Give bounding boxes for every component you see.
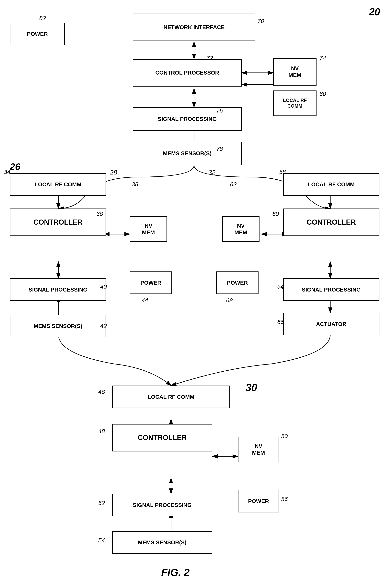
power-left-top-box: POWER [10,23,65,45]
signal-processing-right-box: SIGNAL PROCESSING [283,278,380,301]
controller-right-box: CONTROLLER [283,209,380,236]
label-60: 60 [272,211,279,217]
local-rf-comm-bottom-box: LOCAL RF COMM [112,386,230,408]
label-58: 58 [279,169,286,175]
label-82: 82 [39,15,46,22]
label-20: 20 [369,6,380,18]
label-78: 78 [216,146,223,152]
label-64: 64 [277,283,284,290]
diagram-container: 20 NETWORK INTERFACE 70 CONTROL PROCESSO… [0,0,392,586]
local-rf-comm-right-box: LOCAL RF COMM [283,173,380,196]
label-44: 44 [142,297,148,304]
label-36: 36 [96,211,103,217]
label-32: 32 [208,169,216,176]
nv-mem-bottom-box: NV MEM [238,437,279,462]
label-40: 40 [100,283,107,290]
label-30: 30 [246,382,257,393]
label-56: 56 [281,496,288,502]
mems-sensor-left-box: MEMS SENSOR(S) [10,315,106,337]
controller-left-box: CONTROLLER [10,209,106,236]
label-50: 50 [281,433,288,439]
nv-mem-center-left-box: NV MEM [130,216,167,242]
label-28: 28 [110,169,117,176]
power-bottom-box: POWER [238,490,279,512]
local-rf-comm-top-box: LOCAL RF COMM [273,91,316,116]
label-38: 38 [132,181,138,188]
actuator-right-box: ACTUATOR [283,313,380,335]
control-processor-box: CONTROL PROCESSOR [133,59,242,87]
label-42: 42 [100,323,107,329]
label-52: 52 [98,500,105,506]
label-68: 68 [226,297,232,304]
label-76: 76 [216,107,223,114]
nv-mem-top-box: NV MEM [273,58,316,86]
nv-mem-center-right-box: NV MEM [222,216,260,242]
signal-processing-left-box: SIGNAL PROCESSING [10,278,106,301]
label-54: 54 [98,537,105,544]
label-80: 80 [320,91,326,97]
power-center-left-box: POWER [130,271,172,294]
label-46: 46 [98,388,105,395]
label-66: 66 [277,319,284,325]
controller-bottom-box: CONTROLLER [112,424,212,451]
label-26: 26 [10,161,20,172]
mems-sensor-bottom-box: MEMS SENSOR(S) [112,531,212,554]
signal-processing-bottom-box: SIGNAL PROCESSING [112,494,212,516]
figure-label: FIG. 2 [161,566,190,578]
label-34: 34 [4,169,10,175]
label-74: 74 [320,55,326,61]
power-center-right-box: POWER [216,271,258,294]
label-72: 72 [206,55,213,61]
label-70: 70 [258,18,264,25]
local-rf-comm-left-box: LOCAL RF COMM [10,173,106,196]
mems-sensor-top-box: MEMS SENSOR(S) [133,142,242,165]
label-48: 48 [98,428,105,434]
label-62: 62 [230,181,236,188]
network-interface-box: NETWORK INTERFACE [133,14,255,41]
signal-processing-top-box: SIGNAL PROCESSING [133,107,242,131]
